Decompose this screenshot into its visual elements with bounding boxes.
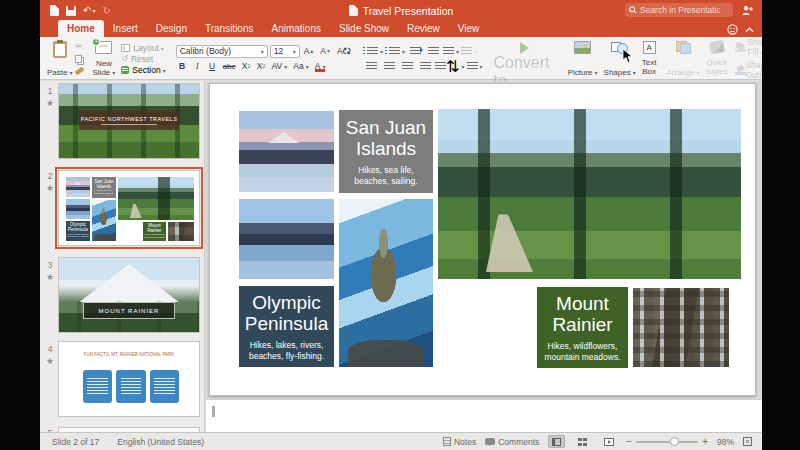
san-juan-title: San Juan Islands <box>341 117 431 160</box>
tab-slide-show[interactable]: Slide Show <box>330 20 398 37</box>
clear-formatting-button[interactable]: A🗘 <box>335 45 353 58</box>
share-icon[interactable] <box>741 5 754 16</box>
subscript-button[interactable]: X2 <box>255 60 268 73</box>
text-box-button[interactable]: A Text Box <box>639 39 660 78</box>
tab-design[interactable]: Design <box>147 20 196 37</box>
increase-indent-button[interactable] <box>425 45 441 58</box>
tab-insert[interactable]: Insert <box>104 20 147 37</box>
italic-button[interactable]: I <box>191 60 204 73</box>
tab-home[interactable]: Home <box>58 20 104 37</box>
underline-button[interactable]: U <box>206 60 219 73</box>
slideshow-button[interactable] <box>600 435 617 448</box>
thumbnail-slide-4[interactable]: FUN FACTS: MT. RAINIER NATIONAL PARK <box>58 341 200 417</box>
thumbnail-slide-1[interactable]: PACIFIC NORTHWEST TRAVELS <box>58 83 200 159</box>
paste-button[interactable]: Paste <box>44 39 75 78</box>
strikethrough-button[interactable]: abc <box>221 60 238 73</box>
numbering-button[interactable] <box>385 45 405 58</box>
shape-fill-button[interactable]: Shape Fill <box>735 37 762 57</box>
slide-sorter-button[interactable] <box>574 435 591 448</box>
layout-icon <box>121 44 130 52</box>
align-left-button[interactable] <box>363 60 379 73</box>
grow-font-button[interactable]: A▲ <box>302 45 317 58</box>
photo-fly-fisherman[interactable] <box>339 199 433 367</box>
format-painter-icon[interactable] <box>75 66 84 75</box>
tab-animations[interactable]: Animations <box>263 20 330 37</box>
new-file-icon[interactable] <box>50 5 59 16</box>
search-input[interactable] <box>640 5 720 15</box>
text-direction-button[interactable]: ⇅ <box>435 60 464 73</box>
reset-button[interactable]: ↺ Reset <box>121 54 165 64</box>
cut-icon[interactable]: ✂ <box>75 42 84 51</box>
tab-view[interactable]: View <box>449 20 489 37</box>
paste-clipboard-icon <box>53 41 67 58</box>
reset-icon: ↺ <box>121 55 128 63</box>
comments-toggle[interactable]: Comments <box>485 437 539 447</box>
bullets-button[interactable] <box>363 45 383 58</box>
san-juan-text-box[interactable]: San Juan Islands Hikes, sea life, beache… <box>339 110 433 193</box>
redo-icon[interactable]: ↻ <box>102 6 110 16</box>
photo-purple-wildflowers[interactable] <box>438 289 529 367</box>
convert-smartart-button[interactable]: Convert to SmartArt <box>490 39 561 78</box>
slideshow-icon <box>604 438 614 446</box>
format-group-disabled: Arrange Quick Styles Shape Fill Shape Ou… <box>663 39 762 78</box>
new-slide-button[interactable]: + New Slide <box>89 39 118 78</box>
comments-icon <box>485 438 495 445</box>
section-button[interactable]: Section <box>121 65 165 75</box>
quick-styles-button[interactable]: Quick Styles <box>703 39 731 78</box>
screenshot-stage: ↶▾ ↻ Travel Presentation Home Insert Des… <box>0 0 800 450</box>
fit-to-window-icon[interactable] <box>743 437 752 446</box>
align-text-button[interactable] <box>467 60 483 73</box>
search-icon <box>629 6 637 14</box>
photo-waterfall[interactable] <box>633 288 729 367</box>
bold-button[interactable]: B <box>176 60 189 73</box>
justify-button[interactable] <box>417 60 433 73</box>
shape-outline-button[interactable]: Shape Outline <box>735 60 762 80</box>
columns-button[interactable] <box>461 45 477 58</box>
status-bar: Slide 2 of 17 English (United States) No… <box>40 432 762 450</box>
character-spacing-button[interactable]: AV <box>270 60 290 73</box>
picture-button[interactable]: Picture <box>565 39 601 78</box>
align-right-button[interactable] <box>399 60 415 73</box>
language-status[interactable]: English (United States) <box>117 437 204 447</box>
save-icon[interactable] <box>66 6 76 16</box>
photo-lake-reflection[interactable] <box>239 199 334 279</box>
zoom-slider-knob[interactable] <box>670 437 679 446</box>
superscript-button[interactable]: X2 <box>240 60 253 73</box>
normal-view-button[interactable] <box>548 435 565 448</box>
tab-transitions[interactable]: Transitions <box>196 20 263 37</box>
rainier-text-box[interactable]: Mount Rainier Hikes, wildflowers, mounta… <box>537 287 628 368</box>
notes-toggle[interactable]: Notes <box>443 437 476 447</box>
font-color-button[interactable]: A <box>313 60 328 73</box>
zoom-slider[interactable] <box>636 441 698 443</box>
tab-review[interactable]: Review <box>398 20 449 37</box>
zoom-out-button[interactable] <box>626 436 632 447</box>
rainier-title: Mount Rainier <box>539 293 626 336</box>
layout-button[interactable]: Layout <box>121 43 165 53</box>
undo-icon[interactable]: ↶▾ <box>83 6 95 16</box>
thumb-3-photo <box>59 258 199 332</box>
olympic-text-box[interactable]: Olympic Peninsula Hikes, lakes, rivers, … <box>239 286 334 367</box>
thumbnail-slide-3[interactable]: MOUNT RAINIER <box>58 257 200 333</box>
thumbnail-slide-2-selected[interactable]: San Juan Islands Hikes, sea life, beache… <box>58 170 200 246</box>
feedback-smiley-icon[interactable] <box>727 24 738 35</box>
shrink-font-button[interactable]: A▼ <box>318 45 333 58</box>
collapse-ribbon-icon[interactable] <box>745 27 754 33</box>
zoom-in-button[interactable] <box>702 436 708 447</box>
photo-sunset-mountain[interactable] <box>239 111 334 192</box>
arrange-button[interactable]: Arrange <box>663 39 702 78</box>
photo-mountain-meadow-trail[interactable] <box>438 109 741 279</box>
notes-pane[interactable] <box>206 399 762 432</box>
title-bar: ↶▾ ↻ Travel Presentation <box>40 0 762 21</box>
font-name-combo[interactable]: Calibri (Body) <box>176 45 268 58</box>
font-size-combo[interactable]: 12 <box>270 45 300 58</box>
copy-icon[interactable] <box>75 54 84 63</box>
align-center-button[interactable] <box>381 60 397 73</box>
shape-outline-icon <box>735 66 742 75</box>
slide-thumbnail-panel[interactable]: 1 PACIFIC NORTHWEST TRAVELS 2 San Juan <box>40 81 205 432</box>
change-case-button[interactable]: Aa <box>291 60 310 73</box>
slides-group: + New Slide Layout ↺ Reset Section <box>89 39 168 78</box>
zoom-percentage[interactable]: 98% <box>717 437 734 447</box>
olympic-title: Olympic Peninsula <box>241 292 332 335</box>
slide-2-editing-surface[interactable]: San Juan Islands Hikes, sea life, beache… <box>209 83 756 396</box>
search-box[interactable] <box>625 3 733 17</box>
